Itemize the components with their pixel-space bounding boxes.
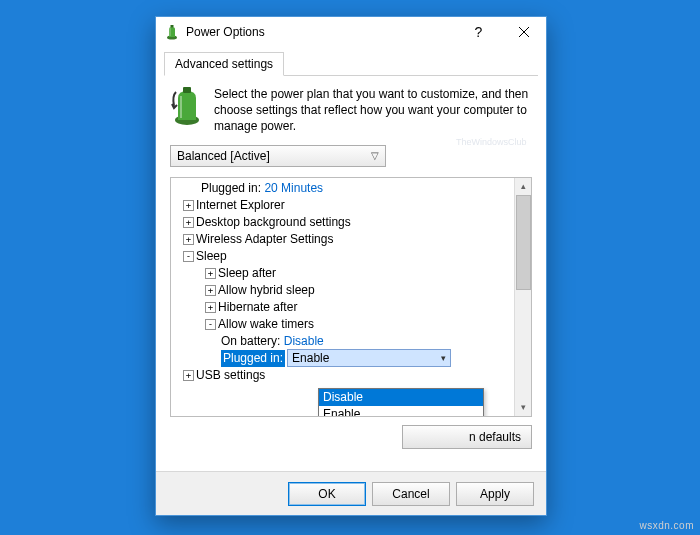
tree-label: Hibernate after — [218, 299, 297, 316]
close-icon — [519, 27, 529, 37]
tree-row-plugged-in-wake[interactable]: Plugged in: Enable ▾ — [173, 350, 513, 367]
restore-defaults-button[interactable]: n defaults — [402, 425, 532, 449]
expand-icon[interactable]: + — [205, 285, 216, 296]
svg-rect-5 — [183, 87, 191, 93]
tree-label: Internet Explorer — [196, 197, 285, 214]
tree-label: Plugged in: — [201, 180, 261, 197]
power-options-icon — [164, 24, 180, 40]
tree-row-usb-settings[interactable]: + USB settings — [173, 367, 513, 384]
titlebar[interactable]: Power Options ? — [156, 17, 546, 47]
scroll-up-icon[interactable]: ▴ — [515, 178, 531, 195]
intro-text: Select the power plan that you want to c… — [214, 86, 532, 135]
power-plan-selected: Balanced [Active] — [177, 149, 270, 163]
expand-icon[interactable]: + — [205, 302, 216, 313]
expand-icon[interactable]: + — [183, 370, 194, 381]
wake-timer-dropdown-list[interactable]: Disable Enable Important Wake Timers Onl… — [318, 388, 484, 417]
tree-label: Sleep after — [218, 265, 276, 282]
tree-row-on-battery[interactable]: On battery: Disable — [173, 333, 513, 350]
tree-scrollbar[interactable]: ▴ ▾ — [514, 178, 531, 416]
tab-advanced-settings[interactable]: Advanced settings — [164, 52, 284, 76]
tab-strip: Advanced settings — [164, 51, 538, 76]
tree-row-desktop-background[interactable]: + Desktop background settings — [173, 214, 513, 231]
tree-row-internet-explorer[interactable]: + Internet Explorer — [173, 197, 513, 214]
tree-label-selected: Plugged in: — [221, 350, 285, 367]
window-title: Power Options — [186, 25, 265, 39]
scroll-thumb[interactable] — [516, 195, 531, 290]
dropdown-option-disable[interactable]: Disable — [319, 389, 483, 406]
wake-timer-value: Enable — [292, 350, 329, 367]
help-button[interactable]: ? — [456, 17, 501, 47]
collapse-icon[interactable]: - — [183, 251, 194, 262]
tree-label: Sleep — [196, 248, 227, 265]
tree-label: Allow hybrid sleep — [218, 282, 315, 299]
settings-tree: Plugged in: 20 Minutes + Internet Explor… — [170, 177, 532, 417]
expand-icon[interactable]: + — [183, 234, 194, 245]
cancel-button[interactable]: Cancel — [372, 482, 450, 506]
tree-value-link[interactable]: 20 Minutes — [264, 180, 323, 197]
page-watermark: wsxdn.com — [639, 520, 694, 531]
tree-row-plugged-in-minutes[interactable]: Plugged in: 20 Minutes — [173, 180, 513, 197]
tree-value-link[interactable]: Disable — [284, 333, 324, 350]
ok-button[interactable]: OK — [288, 482, 366, 506]
tree-row-hibernate-after[interactable]: + Hibernate after — [173, 299, 513, 316]
chevron-down-icon: ▾ — [441, 350, 446, 367]
power-options-dialog: Power Options ? Advanced settings — [155, 16, 547, 516]
scroll-down-icon[interactable]: ▾ — [515, 399, 531, 416]
power-plan-icon — [170, 86, 204, 135]
tree-row-wake-timers[interactable]: - Allow wake timers — [173, 316, 513, 333]
dropdown-option-enable[interactable]: Enable — [319, 406, 483, 417]
tree-row-sleep-after[interactable]: + Sleep after — [173, 265, 513, 282]
svg-rect-1 — [171, 25, 174, 28]
dialog-footer: OK Cancel Apply — [156, 471, 546, 515]
tree-row-wireless-adapter[interactable]: + Wireless Adapter Settings — [173, 231, 513, 248]
power-plan-select[interactable]: Balanced [Active] ▽ — [170, 145, 386, 167]
wake-timer-select[interactable]: Enable ▾ — [287, 349, 451, 367]
expand-icon[interactable]: + — [183, 200, 194, 211]
tree-label: Desktop background settings — [196, 214, 351, 231]
apply-button[interactable]: Apply — [456, 482, 534, 506]
expand-icon[interactable]: + — [205, 268, 216, 279]
collapse-icon[interactable]: - — [205, 319, 216, 330]
expand-icon[interactable]: + — [183, 217, 194, 228]
tree-label: Wireless Adapter Settings — [196, 231, 333, 248]
tree-row-hybrid-sleep[interactable]: + Allow hybrid sleep — [173, 282, 513, 299]
close-button[interactable] — [501, 17, 546, 47]
chevron-down-icon: ▽ — [371, 150, 379, 161]
tree-label: USB settings — [196, 367, 265, 384]
tree-label: Allow wake timers — [218, 316, 314, 333]
watermark-twc: TheWindowsClub — [456, 137, 527, 147]
tree-row-sleep[interactable]: - Sleep — [173, 248, 513, 265]
tree-label: On battery: — [221, 333, 280, 350]
